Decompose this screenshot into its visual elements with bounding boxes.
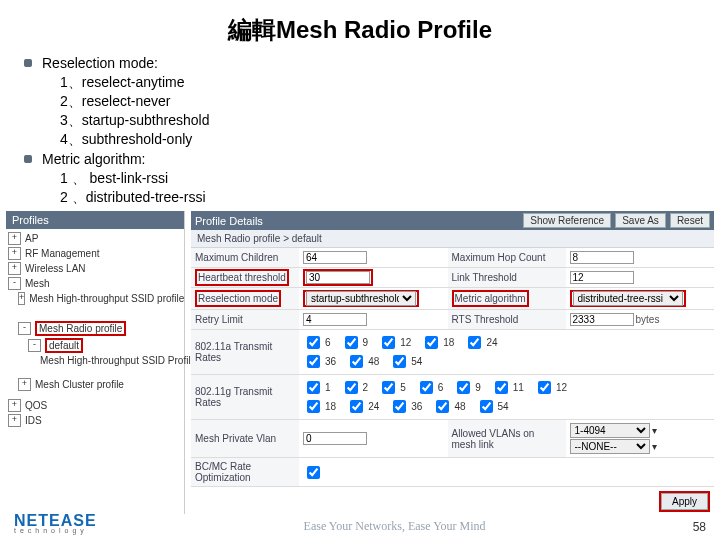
- select-allowed-bot[interactable]: --NONE--: [570, 439, 650, 454]
- expand-icon[interactable]: +: [18, 378, 31, 391]
- ck-11g-24[interactable]: [350, 400, 363, 413]
- bullet-reselection: Reselection mode:: [42, 55, 158, 71]
- ck-11g-9[interactable]: [457, 381, 470, 394]
- tree-mesh[interactable]: Mesh: [25, 278, 49, 289]
- caret-icon[interactable]: ▾: [652, 425, 657, 436]
- input-mesh-pvlan[interactable]: [303, 432, 367, 445]
- lbl-allowed-vlans: Allowed VLANs on mesh link: [448, 420, 566, 458]
- input-heartbeat[interactable]: [306, 271, 370, 284]
- collapse-icon[interactable]: -: [28, 339, 41, 352]
- profile-details: Profile Details Show Reference Save As R…: [191, 211, 714, 514]
- tree-rfm[interactable]: RF Management: [25, 248, 99, 259]
- unit-bytes: bytes: [636, 314, 660, 325]
- settings-table: Maximum Children Maximum Hop Count Heart…: [191, 248, 714, 487]
- sub-1a: 1、reselect-anytime: [60, 73, 720, 92]
- collapse-icon[interactable]: -: [18, 322, 31, 335]
- apply-button[interactable]: Apply: [661, 493, 708, 510]
- expand-icon[interactable]: +: [8, 262, 21, 275]
- ck-11g-11[interactable]: [495, 381, 508, 394]
- caret-icon[interactable]: ▾: [652, 441, 657, 452]
- expand-icon[interactable]: +: [8, 399, 21, 412]
- ck-11g-54[interactable]: [480, 400, 493, 413]
- breadcrumb: Mesh Radio profile > default: [191, 230, 714, 248]
- tree-mesh-radio-profile[interactable]: Mesh Radio profile: [35, 321, 126, 336]
- lbl-mesh-pvlan: Mesh Private Vlan: [191, 420, 299, 458]
- expand-icon[interactable]: +: [18, 292, 25, 305]
- bullet-metric: Metric algorithm:: [42, 151, 145, 167]
- lbl-reselection: Reselection mode: [195, 290, 281, 307]
- ck-11g-18[interactable]: [307, 400, 320, 413]
- ck-11g-12[interactable]: [538, 381, 551, 394]
- tree-mht[interactable]: Mesh High-throughput SSID profile: [29, 293, 184, 304]
- tree-default[interactable]: default: [45, 338, 83, 353]
- ck-11a-18[interactable]: [425, 336, 438, 349]
- input-max-hop[interactable]: [570, 251, 634, 264]
- lbl-11g-rates: 802.11g Transmit Rates: [191, 375, 299, 420]
- ck-11a-24[interactable]: [468, 336, 481, 349]
- ck-bcmc[interactable]: [307, 466, 320, 479]
- lbl-max-children: Maximum Children: [191, 248, 299, 268]
- lbl-11a-rates: 802.11a Transmit Rates: [191, 330, 299, 375]
- input-retry[interactable]: [303, 313, 367, 326]
- collapse-icon[interactable]: -: [8, 277, 21, 290]
- brand-logo: NETEASE technology: [14, 513, 97, 534]
- config-panel: Profiles +AP +RF Management +Wireless LA…: [6, 211, 714, 514]
- expand-icon[interactable]: +: [8, 414, 21, 427]
- details-header: Profile Details: [195, 215, 519, 227]
- profiles-sidebar: Profiles +AP +RF Management +Wireless LA…: [6, 211, 185, 514]
- ck-11g-48[interactable]: [436, 400, 449, 413]
- ck-11a-9[interactable]: [345, 336, 358, 349]
- select-allowed-top[interactable]: 1-4094: [570, 423, 650, 438]
- lbl-link-threshold: Link Threshold: [448, 268, 566, 288]
- lbl-max-hop: Maximum Hop Count: [448, 248, 566, 268]
- sub-1d: 4、subthreshold-only: [60, 130, 720, 149]
- show-reference-button[interactable]: Show Reference: [523, 213, 611, 228]
- page-title: 編輯Mesh Radio Profile: [0, 0, 720, 52]
- ck-11g-1[interactable]: [307, 381, 320, 394]
- lbl-bcmc: BC/MC Rate Optimization: [191, 458, 299, 487]
- ck-11a-36[interactable]: [307, 355, 320, 368]
- reset-button[interactable]: Reset: [670, 213, 710, 228]
- input-rts[interactable]: [570, 313, 634, 326]
- select-metric[interactable]: distributed-tree-rssi: [573, 291, 683, 306]
- ck-11g-6[interactable]: [420, 381, 433, 394]
- lbl-metric: Metric algorithm: [452, 290, 529, 307]
- sidebar-header: Profiles: [6, 211, 184, 229]
- sub-2a: 1 、 best-link-rssi: [60, 169, 720, 188]
- page-number: 58: [693, 520, 706, 534]
- ck-11a-48[interactable]: [350, 355, 363, 368]
- save-as-button[interactable]: Save As: [615, 213, 666, 228]
- tree-qos[interactable]: QOS: [25, 400, 47, 411]
- lbl-rts: RTS Threshold: [448, 310, 566, 330]
- sub-1c: 3、startup-subthreshold: [60, 111, 720, 130]
- ck-11g-5[interactable]: [382, 381, 395, 394]
- sub-2b: 2 、distributed-tree-rssi: [60, 188, 720, 207]
- expand-icon[interactable]: +: [8, 247, 21, 260]
- footer-tagline: Ease Your Networks, Ease Your Mind: [304, 519, 486, 534]
- tree-wlan[interactable]: Wireless LAN: [25, 263, 86, 274]
- tree-ids[interactable]: IDS: [25, 415, 42, 426]
- ck-11a-12[interactable]: [382, 336, 395, 349]
- input-link-threshold[interactable]: [570, 271, 634, 284]
- ck-11a-6[interactable]: [307, 336, 320, 349]
- ck-11g-2[interactable]: [345, 381, 358, 394]
- select-reselection[interactable]: startup-subthreshold: [306, 291, 416, 306]
- tree-mcp[interactable]: Mesh Cluster profile: [35, 379, 124, 390]
- bullet-list: Reselection mode: 1、reselect-anytime 2、r…: [24, 54, 720, 207]
- expand-icon[interactable]: +: [8, 232, 21, 245]
- ck-11a-54[interactable]: [393, 355, 406, 368]
- ck-11g-36[interactable]: [393, 400, 406, 413]
- sub-1b: 2、reselect-never: [60, 92, 720, 111]
- tree-mhts[interactable]: Mesh High-throughput SSID Profile: [40, 355, 196, 366]
- tree-ap[interactable]: AP: [25, 233, 38, 244]
- input-max-children[interactable]: [303, 251, 367, 264]
- lbl-retry: Retry Limit: [191, 310, 299, 330]
- lbl-heartbeat: Heartbeat threshold: [195, 269, 289, 286]
